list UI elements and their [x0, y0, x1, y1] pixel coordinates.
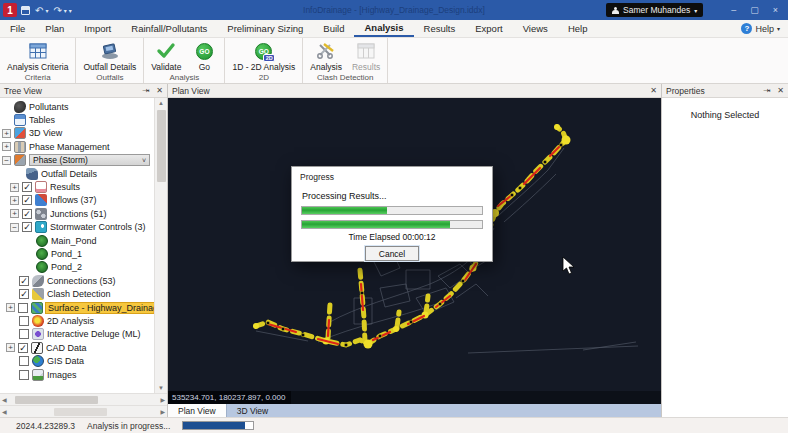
tree-horizontal-scrollbar[interactable]: ◀ ▶: [0, 393, 167, 405]
analysis-criteria-button[interactable]: Analysis Criteria: [2, 39, 73, 72]
ribbon-tab-export[interactable]: Export: [465, 20, 512, 37]
tree-item-junctions-51[interactable]: +✓Junctions (51): [0, 207, 154, 220]
undo-dropdown-icon[interactable]: ▾: [45, 7, 48, 14]
ribbon-tab-import[interactable]: Import: [74, 20, 121, 37]
properties-close-icon[interactable]: ✕: [777, 86, 784, 95]
coordinates-bar: 535234.701, 180237.897, 0.000: [168, 391, 661, 404]
ribbon-tab-results[interactable]: Results: [414, 20, 466, 37]
tree-item-pond-2[interactable]: Pond_2: [0, 261, 154, 274]
tree-item-label: Inflows (37): [50, 195, 97, 205]
redo-icon[interactable]: ↷: [53, 5, 61, 16]
checkbox[interactable]: ✓: [22, 209, 32, 219]
tree-item-cad-data[interactable]: +✓CAD Data: [0, 341, 154, 354]
expand-icon[interactable]: +: [10, 209, 19, 218]
help-button[interactable]: ? Help ▾: [741, 20, 788, 37]
scroll-right-icon[interactable]: ▶: [160, 408, 165, 415]
tree-item-label: 3D View: [29, 128, 62, 138]
tree-horizontal-scrollbar-2[interactable]: ◀ ▶: [0, 405, 167, 417]
tree-item-interactive-deluge-ml[interactable]: Interactive Deluge (ML): [0, 328, 154, 341]
tree-item-pond-1[interactable]: Pond_1: [0, 247, 154, 260]
tree-item-inflows-37[interactable]: +✓Inflows (37): [0, 194, 154, 207]
checkbox[interactable]: ✓: [18, 343, 28, 353]
tree-item-main-pond[interactable]: Main_Pond: [0, 234, 154, 247]
user-account-button[interactable]: Samer Muhandes ▾: [606, 3, 703, 17]
checkbox[interactable]: [19, 356, 29, 366]
maximize-button[interactable]: ▢: [750, 5, 759, 15]
1d-2d-analysis-button[interactable]: GO2D1D - 2D Analysis: [227, 39, 300, 72]
scroll-left-icon[interactable]: ◀: [2, 396, 7, 403]
phase-selector[interactable]: Phase (Storm)˅: [29, 154, 150, 166]
ribbon-tab-file[interactable]: File: [0, 20, 35, 37]
tree-item-phase-storm[interactable]: −Phase (Storm)˅: [0, 154, 154, 167]
validate-button[interactable]: Validate: [146, 39, 186, 72]
checkbox[interactable]: [19, 329, 29, 339]
tree-item-outfall-details[interactable]: Outfall Details: [0, 167, 154, 180]
expand-icon[interactable]: +: [2, 142, 11, 151]
save-icon[interactable]: [21, 6, 30, 15]
checkbox[interactable]: ✓: [19, 289, 29, 299]
tree-item-tables[interactable]: Tables: [0, 113, 154, 126]
plan-view-map[interactable]: Progress Processing Results... Time Elap…: [168, 98, 661, 391]
ribbon-tab-analysis[interactable]: Analysis: [354, 20, 413, 37]
checkbox[interactable]: [19, 316, 29, 326]
collapse-icon[interactable]: −: [2, 156, 11, 165]
ribbon-tab-preliminary-sizing[interactable]: Preliminary Sizing: [217, 20, 313, 37]
tree-vertical-scrollbar[interactable]: ▲ ▼: [154, 98, 167, 393]
pin-icon[interactable]: 📌︎: [140, 84, 152, 96]
cancel-button[interactable]: Cancel: [365, 246, 419, 261]
tree-item-pollutants[interactable]: Pollutants: [0, 100, 154, 113]
outfall-details-button[interactable]: Outfall Details: [78, 39, 141, 72]
dialog-message: Processing Results...: [292, 182, 492, 204]
checkbox[interactable]: [19, 370, 29, 380]
close-button[interactable]: ×: [773, 5, 778, 15]
ribbon-tab-build[interactable]: Build: [313, 20, 354, 37]
checkbox[interactable]: ✓: [22, 222, 32, 232]
scroll-down-icon[interactable]: ▼: [158, 383, 164, 393]
analysis-button[interactable]: Analysis: [305, 39, 347, 72]
expand-icon[interactable]: +: [10, 196, 19, 205]
expand-icon[interactable]: +: [6, 343, 15, 352]
scroll-up-icon[interactable]: ▲: [158, 98, 164, 108]
redo-dropdown-icon[interactable]: ▾: [64, 7, 67, 14]
tree-item-clash-detection[interactable]: ✓Clash Detection: [0, 287, 154, 300]
view-tab-plan-view[interactable]: Plan View: [168, 404, 227, 417]
tree-item-phase-management[interactable]: +Phase Management: [0, 140, 154, 153]
checkbox[interactable]: ✓: [22, 182, 32, 192]
tree-item-label: Surface - Highway_Drainage_Design_Phase.…: [46, 303, 154, 313]
tree-item-stormwater-controls-3[interactable]: −✓Stormwater Controls (3): [0, 221, 154, 234]
checkbox[interactable]: [18, 303, 28, 313]
tree-item-connections-53[interactable]: ✓Connections (53): [0, 274, 154, 287]
ribbon-tab-help[interactable]: Help: [558, 20, 598, 37]
scroll-right-icon[interactable]: ▶: [160, 396, 165, 403]
view-tab-3d-view[interactable]: 3D View: [227, 404, 279, 417]
title-bar: 1 ↶▾ ↷▾ ▾ InfoDrainage - [Highway_Draina…: [0, 0, 788, 20]
tree-item-results[interactable]: +✓Results: [0, 180, 154, 193]
tree-item-2d-analysis[interactable]: 2D Analysis: [0, 314, 154, 327]
tree-close-icon[interactable]: ✕: [156, 86, 163, 95]
plan-close-icon[interactable]: ✕: [650, 86, 657, 95]
validate-icon: [156, 41, 176, 61]
tree-item-images[interactable]: Images: [0, 368, 154, 381]
expand-icon[interactable]: +: [10, 183, 19, 192]
tree-item-3d-view[interactable]: +3D View: [0, 127, 154, 140]
qat-overflow-icon[interactable]: ▾: [69, 7, 72, 14]
expand-icon[interactable]: +: [2, 129, 11, 138]
scroll-left-icon[interactable]: ◀: [2, 408, 7, 415]
tree-item-gis-data[interactable]: GIS Data: [0, 354, 154, 367]
ribbon-tab-views[interactable]: Views: [513, 20, 558, 37]
go-button[interactable]: GOGo: [186, 39, 222, 72]
undo-icon[interactable]: ↶: [35, 5, 43, 16]
checkbox[interactable]: ✓: [22, 195, 32, 205]
progress-bar-current: [301, 220, 483, 229]
tree-item-surface-highway-drainage-design-phase-id[interactable]: +Surface - Highway_Drainage_Design_Phase…: [0, 301, 154, 314]
expand-icon[interactable]: +: [6, 303, 15, 312]
ribbon-tab-plan[interactable]: Plan: [35, 20, 74, 37]
ribbon-tab-rainfall-pollutants[interactable]: Rainfall/Pollutants: [121, 20, 217, 37]
app-icon[interactable]: 1: [3, 3, 17, 17]
pin-icon[interactable]: 📌︎: [761, 84, 773, 96]
view3d-icon: [14, 127, 26, 139]
checkbox[interactable]: ✓: [19, 276, 29, 286]
minimize-button[interactable]: –: [731, 5, 736, 15]
surface-icon: [31, 302, 43, 314]
collapse-icon[interactable]: −: [10, 223, 19, 232]
